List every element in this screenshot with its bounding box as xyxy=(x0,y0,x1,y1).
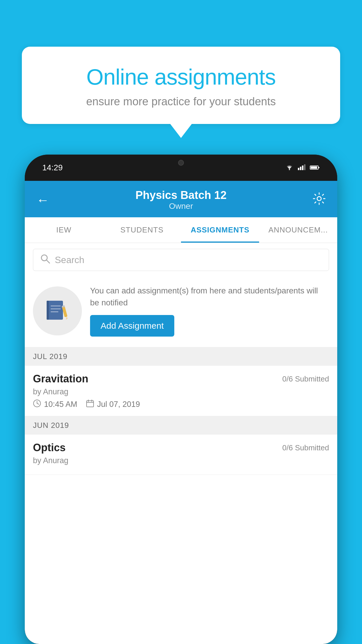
assignment-date: Jul 07, 2019 xyxy=(86,399,140,410)
notebook-icon-circle xyxy=(33,286,82,335)
assignment-time-value: 10:45 AM xyxy=(44,400,77,409)
svg-point-0 xyxy=(289,169,290,170)
svg-rect-6 xyxy=(311,167,317,169)
tabs-bar: IEW STUDENTS ASSIGNMENTS ANNOUNCEM... xyxy=(25,217,337,243)
phone-screen: ← Physics Batch 12 Owner IEW STUDENTS AS… xyxy=(25,181,337,644)
phone-frame: 14:29 ← Physics Batch 12 Owner xyxy=(25,155,337,644)
header-center: Physics Batch 12 Owner xyxy=(136,189,227,211)
search-placeholder: Search xyxy=(55,255,84,265)
tab-students[interactable]: STUDENTS xyxy=(103,217,181,243)
assignment-item-optics[interactable]: Optics 0/6 Submitted by Anurag xyxy=(25,435,337,475)
svg-line-10 xyxy=(46,260,50,263)
svg-rect-1 xyxy=(298,168,299,170)
app-header: ← Physics Batch 12 Owner xyxy=(25,181,337,217)
svg-point-8 xyxy=(317,197,321,201)
assignment-submitted-gravitation: 0/6 Submitted xyxy=(282,374,329,384)
svg-rect-4 xyxy=(304,164,305,170)
svg-marker-17 xyxy=(65,316,68,320)
info-description: You can add assignment(s) from here and … xyxy=(90,285,329,309)
notebook-icon xyxy=(44,298,71,324)
assignment-item-gravitation[interactable]: Gravitation 0/6 Submitted by Anurag 10:4… xyxy=(25,366,337,416)
svg-rect-2 xyxy=(300,167,301,170)
battery-icon xyxy=(310,163,320,172)
bubble-subtitle: ensure more practice for your students xyxy=(45,95,317,108)
back-button[interactable]: ← xyxy=(36,193,49,207)
svg-rect-11 xyxy=(48,301,63,320)
search-icon xyxy=(40,254,50,266)
assignment-top-row-optics: Optics 0/6 Submitted xyxy=(33,442,329,454)
status-icons xyxy=(285,163,320,172)
svg-rect-3 xyxy=(302,166,303,170)
assignment-author-gravitation: by Anurag xyxy=(33,387,329,396)
bubble-title: Online assignments xyxy=(45,64,317,90)
assignment-top-row: Gravitation 0/6 Submitted xyxy=(33,373,329,385)
month-header-jun: JUN 2019 xyxy=(25,416,337,435)
svg-rect-7 xyxy=(319,167,319,168)
svg-line-21 xyxy=(37,403,39,404)
assignment-name-optics: Optics xyxy=(33,442,66,454)
speech-bubble: Online assignments ensure more practice … xyxy=(22,47,340,124)
settings-button[interactable] xyxy=(313,192,326,208)
month-header-jul: JUL 2019 xyxy=(25,347,337,366)
add-assignment-button[interactable]: Add Assignment xyxy=(90,315,174,337)
search-container: Search xyxy=(25,243,337,277)
assignment-name-gravitation: Gravitation xyxy=(33,373,88,385)
camera-dot xyxy=(178,160,184,166)
assignment-time: 10:45 AM xyxy=(33,399,77,410)
notch xyxy=(152,155,210,171)
assignment-date-value: Jul 07, 2019 xyxy=(97,400,140,409)
search-bar[interactable]: Search xyxy=(33,249,329,271)
clock-icon xyxy=(33,399,41,410)
info-card: You can add assignment(s) from here and … xyxy=(25,277,337,347)
tab-view[interactable]: IEW xyxy=(25,217,103,243)
svg-rect-22 xyxy=(87,401,94,407)
calendar-icon xyxy=(86,399,94,410)
assignment-author-optics: by Anurag xyxy=(33,456,329,465)
info-text-section: You can add assignment(s) from here and … xyxy=(90,285,329,337)
assignment-meta-gravitation: 10:45 AM Jul 07, 2019 xyxy=(33,399,329,410)
tab-announcements[interactable]: ANNOUNCEM... xyxy=(259,217,337,243)
status-bar: 14:29 xyxy=(25,155,337,181)
wifi-icon xyxy=(285,163,294,172)
assignment-submitted-optics: 0/6 Submitted xyxy=(282,443,329,452)
signal-icon xyxy=(298,163,306,172)
svg-rect-12 xyxy=(47,301,49,320)
header-title: Physics Batch 12 xyxy=(136,189,227,202)
header-subtitle: Owner xyxy=(136,202,227,211)
speech-bubble-wrapper: Online assignments ensure more practice … xyxy=(22,47,340,124)
status-time: 14:29 xyxy=(42,163,63,172)
tab-assignments[interactable]: ASSIGNMENTS xyxy=(181,217,259,243)
